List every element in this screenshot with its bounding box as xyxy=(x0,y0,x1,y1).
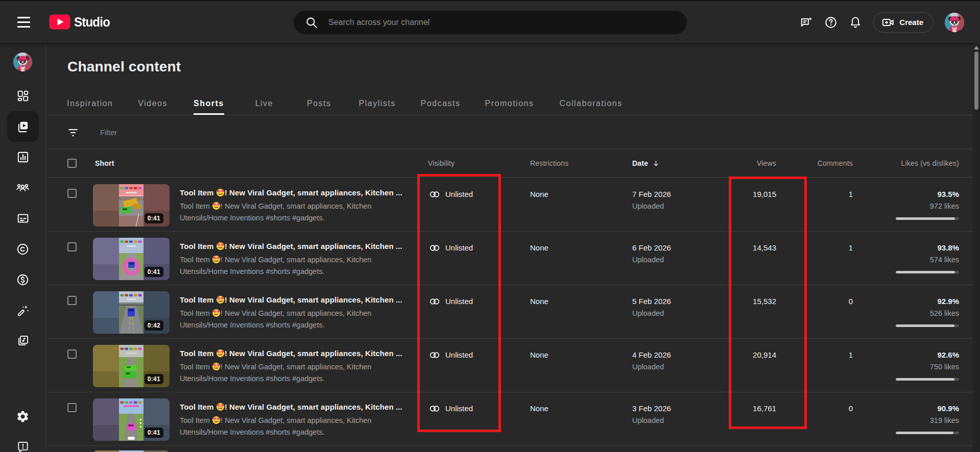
restrictions-cell: None xyxy=(530,285,632,338)
scrollbar-thumb[interactable] xyxy=(974,52,978,110)
filter-input[interactable]: Filter xyxy=(100,128,117,137)
settings-icon xyxy=(16,410,30,423)
date-status: Uploaded xyxy=(632,202,729,210)
sidebar-item-settings[interactable] xyxy=(7,401,39,432)
shorts-table-row-partial xyxy=(46,446,980,452)
short-title[interactable]: Tool Item ! New Viral Gadget, smart appl… xyxy=(180,403,428,411)
short-thumbnail[interactable]: 0:41 xyxy=(93,238,170,280)
short-info-cell: Tool Item ! New Viral Gadget, smart appl… xyxy=(170,232,428,285)
short-title[interactable]: Tool Item ! New Viral Gadget, smart appl… xyxy=(180,242,428,250)
search-icon xyxy=(305,16,318,29)
like-percentage: 93.5% xyxy=(853,190,959,198)
column-comments[interactable]: Comments xyxy=(776,159,853,167)
short-thumbnail[interactable]: 0:41 xyxy=(93,345,170,387)
create-video-icon xyxy=(881,16,895,29)
customization-icon xyxy=(16,304,30,317)
date-value: 7 Feb 2026 xyxy=(632,190,729,198)
notifications-icon[interactable] xyxy=(849,16,862,29)
sidebar-item-audio-library[interactable] xyxy=(7,325,39,356)
sidebar-item-community[interactable] xyxy=(7,172,39,203)
like-ratio-bar xyxy=(896,324,959,327)
select-all-checkbox[interactable] xyxy=(67,159,77,168)
like-ratio-fill xyxy=(896,217,955,220)
sort-descending-icon xyxy=(652,160,660,167)
short-thumbnail[interactable]: 0:41 xyxy=(93,398,170,441)
like-ratio-bar xyxy=(896,217,959,220)
tab-promotions[interactable]: Promotions xyxy=(473,92,546,115)
comments-cell: 1 xyxy=(776,178,853,231)
row-checkbox[interactable] xyxy=(67,403,77,412)
tab-live[interactable]: Live xyxy=(243,92,285,115)
short-description: Tool Item ! New Viral Gadget, smart appl… xyxy=(180,200,388,224)
search-input[interactable] xyxy=(328,18,675,27)
search-bar[interactable] xyxy=(294,11,687,34)
feedback-sparkle-icon[interactable] xyxy=(800,16,813,29)
visibility-cell[interactable]: Unlisted xyxy=(428,178,530,231)
sidebar-item-dashboard[interactable] xyxy=(7,81,39,111)
views-cell: 16,761 xyxy=(729,392,776,445)
short-title[interactable]: Tool Item ! New Viral Gadget, smart appl… xyxy=(180,295,428,304)
sidebar-item-analytics[interactable] xyxy=(7,142,39,172)
like-count: 972 likes xyxy=(853,202,959,210)
tab-label: Videos xyxy=(138,99,168,108)
tab-shorts[interactable]: Shorts xyxy=(181,92,236,115)
channel-avatar[interactable] xyxy=(13,53,32,71)
column-date[interactable]: Date xyxy=(632,159,729,167)
row-checkbox[interactable] xyxy=(67,349,77,359)
table-body: 0:41 Tool Item ! New Viral Gadget, smart… xyxy=(46,178,980,452)
likes-cell: 92.9% 526 likes xyxy=(853,285,959,338)
visibility-cell[interactable]: Unlisted xyxy=(428,285,530,338)
short-thumbnail[interactable]: 0:41 xyxy=(93,184,170,227)
sidebar-item-customization[interactable] xyxy=(7,295,39,325)
tab-playlists[interactable]: Playlists xyxy=(347,92,408,115)
column-visibility[interactable]: Visibility xyxy=(428,159,530,167)
short-description: Tool Item ! New Viral Gadget, smart appl… xyxy=(180,254,388,278)
sidebar-item-feedback[interactable] xyxy=(7,432,39,452)
date-value: 5 Feb 2026 xyxy=(632,297,729,306)
date-value: 3 Feb 2026 xyxy=(632,404,729,413)
column-views[interactable]: Views xyxy=(729,159,776,167)
shorts-table-row: 0:42 Tool Item ! New Viral Gadget, smart… xyxy=(46,285,980,339)
short-title[interactable]: Tool Item ! New Viral Gadget, smart appl… xyxy=(180,349,428,358)
visibility-cell[interactable]: Unlisted xyxy=(428,392,530,445)
tab-collaborations[interactable]: Collaborations xyxy=(547,92,634,115)
tab-podcasts[interactable]: Podcasts xyxy=(409,92,473,115)
row-checkbox[interactable] xyxy=(67,242,77,252)
row-checkbox[interactable] xyxy=(67,296,77,305)
row-checkbox[interactable] xyxy=(67,189,77,198)
date-status: Uploaded xyxy=(632,309,729,317)
date-status: Uploaded xyxy=(632,256,729,264)
create-button[interactable]: Create xyxy=(873,12,934,33)
date-value: 6 Feb 2026 xyxy=(632,243,729,252)
tab-inspiration[interactable]: Inspiration xyxy=(55,92,125,115)
studio-logo[interactable]: Studio xyxy=(49,14,111,30)
likes-cell: 92.6% 750 likes xyxy=(853,339,959,392)
short-info-cell: Tool Item ! New Viral Gadget, smart appl… xyxy=(170,392,428,445)
tab-videos[interactable]: Videos xyxy=(126,92,180,115)
visibility-cell[interactable]: Unlisted xyxy=(428,339,530,392)
sidebar-item-content[interactable] xyxy=(7,111,39,142)
short-thumbnail[interactable]: 0:42 xyxy=(93,291,170,334)
short-title[interactable]: Tool Item ! New Viral Gadget, smart appl… xyxy=(180,188,428,197)
topbar: Studio xyxy=(0,1,980,43)
account-avatar[interactable] xyxy=(945,13,964,32)
duration-badge: 0:41 xyxy=(145,267,163,277)
sidebar-item-subtitles[interactable] xyxy=(7,203,39,234)
help-icon[interactable] xyxy=(824,16,838,29)
sidebar-item-copyright[interactable] xyxy=(7,234,39,264)
filter-icon[interactable] xyxy=(66,126,80,139)
like-ratio-fill xyxy=(896,271,955,273)
visibility-label: Unlisted xyxy=(445,297,473,306)
tab-posts[interactable]: Posts xyxy=(295,92,344,115)
column-likes[interactable]: Likes (vs dislikes) xyxy=(853,159,959,167)
views-cell: 19,015 xyxy=(729,178,776,231)
tab-label: Shorts xyxy=(194,99,224,108)
comments-cell: 1 xyxy=(776,232,853,285)
duration-badge: 0:41 xyxy=(145,213,163,223)
table-header: Short Visibility Restrictions Date Views… xyxy=(46,149,980,178)
menu-icon[interactable] xyxy=(17,17,30,28)
scrollbar-up-arrow[interactable] xyxy=(974,46,979,49)
visibility-cell[interactable]: Unlisted xyxy=(428,232,530,285)
column-restrictions[interactable]: Restrictions xyxy=(530,159,632,167)
sidebar-item-earn[interactable] xyxy=(7,264,39,295)
